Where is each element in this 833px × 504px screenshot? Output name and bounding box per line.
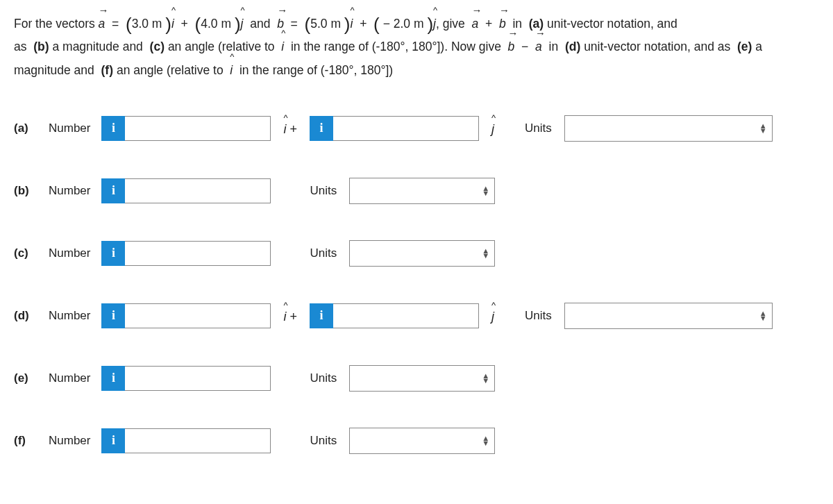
input-a-j[interactable] xyxy=(333,116,479,141)
part-label-d: (d) xyxy=(14,307,39,325)
info-box-f: i xyxy=(101,428,271,453)
units-label: Units xyxy=(310,182,337,200)
input-a-i[interactable] xyxy=(125,116,271,141)
info-box-a-i: i xyxy=(101,116,271,141)
info-box-b: i xyxy=(101,178,271,203)
part-label-b: (b) xyxy=(14,182,39,200)
part-label-f: (f) xyxy=(14,432,39,450)
input-e[interactable] xyxy=(125,366,271,391)
info-box-c: i xyxy=(101,241,271,266)
row-c: (c) Number i Units ▲▼ xyxy=(14,240,819,267)
info-icon[interactable]: i xyxy=(310,303,333,328)
problem-text: For the vectors →a = (3.0 m )i + (4.0 m … xyxy=(14,12,819,82)
units-select-b[interactable] xyxy=(349,178,495,204)
number-label: Number xyxy=(49,244,90,262)
info-box-e: i xyxy=(101,366,271,391)
info-box-d-i: i xyxy=(101,303,271,328)
units-label: Units xyxy=(310,369,337,387)
input-d-j[interactable] xyxy=(333,303,479,328)
units-select-c[interactable] xyxy=(349,240,495,267)
units-label: Units xyxy=(525,119,552,137)
units-select-e[interactable] xyxy=(349,365,495,392)
units-select-f[interactable] xyxy=(349,428,495,454)
input-f[interactable] xyxy=(125,428,271,453)
info-icon[interactable]: i xyxy=(101,303,125,328)
info-box-a-j: i xyxy=(310,116,479,141)
info-icon[interactable]: i xyxy=(101,241,125,266)
info-icon[interactable]: i xyxy=(310,116,333,141)
input-c[interactable] xyxy=(125,241,271,266)
answers-section: (a) Number i i + i j Units ▲▼ (b) Number… xyxy=(14,115,819,454)
row-b: (b) Number i Units ▲▼ xyxy=(14,178,819,204)
number-label: Number xyxy=(49,182,90,200)
units-label: Units xyxy=(310,244,337,262)
j-hat: j xyxy=(491,308,494,326)
row-a: (a) Number i i + i j Units ▲▼ xyxy=(14,115,819,142)
number-label: Number xyxy=(49,119,90,137)
info-icon[interactable]: i xyxy=(101,178,125,203)
info-icon[interactable]: i xyxy=(101,366,125,391)
number-label: Number xyxy=(49,432,90,450)
units-label: Units xyxy=(525,307,552,325)
info-box-d-j: i xyxy=(310,303,479,328)
info-icon[interactable]: i xyxy=(101,428,125,453)
part-label-c: (c) xyxy=(14,244,39,262)
part-label-a: (a) xyxy=(14,119,39,137)
row-f: (f) Number i Units ▲▼ xyxy=(14,428,819,454)
j-hat: j xyxy=(491,120,494,139)
input-b[interactable] xyxy=(125,178,271,203)
number-label: Number xyxy=(49,307,90,325)
units-select-d[interactable] xyxy=(564,303,773,329)
input-d-i[interactable] xyxy=(125,303,271,328)
info-icon[interactable]: i xyxy=(101,116,125,141)
i-hat-plus: i + xyxy=(283,308,297,326)
number-label: Number xyxy=(49,369,90,387)
part-label-e: (e) xyxy=(14,369,39,387)
units-select-a[interactable] xyxy=(564,115,773,142)
row-e: (e) Number i Units ▲▼ xyxy=(14,365,819,392)
row-d: (d) Number i i + i j Units ▲▼ xyxy=(14,303,819,329)
i-hat-plus: i + xyxy=(283,120,297,139)
units-label: Units xyxy=(310,432,337,450)
